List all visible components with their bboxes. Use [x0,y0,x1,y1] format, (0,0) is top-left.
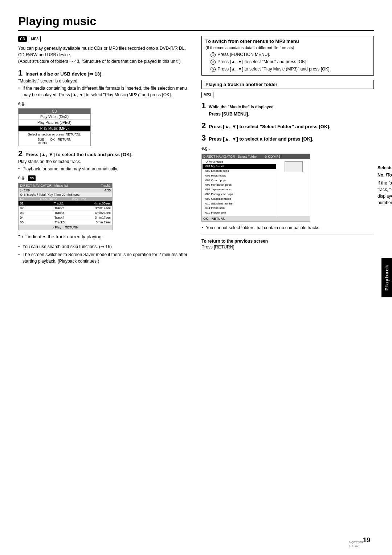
folder-annotations: Selected folder No. /Total folders If th… [377,165,392,207]
version-info: VQT2J89S7142 [349,540,363,548]
row-name-4: Track4 [54,216,64,219]
cd-menu-item-pictures: Play Pictures (JPEG) [19,120,90,126]
music-list-row: 03 Track3 4min24sec [19,211,112,215]
tree-root: ⊙ MP3 music [203,160,276,165]
switch-step-2: ② Press [▲, ▼] to select "Menu" and pres… [205,58,370,65]
folder-header-left: DIRECT NAVIGATOR Select Folder [203,155,257,158]
folder-step3-num: 3 [201,133,206,143]
folder-tree: ⊙ MP3 music 001 My favorite 002 Emotion … [202,159,277,216]
cd-menu-item-music: Play Music (MP3) [19,126,90,131]
folder-step2-num: 2 [201,121,206,130]
sub-menu-label: SUBMENU [37,138,47,145]
cd-menu-mockup: CD Play Video (DivX) Play Pictures (JPEG… [18,108,91,146]
step1-desc: "Music list" screen is displayed. [18,78,191,84]
row-no-5: 05 [20,220,24,224]
step1-number: 1 [18,68,23,78]
col-track-name: Track Name [40,197,57,201]
folder-step1-block: 1 While the "Music list" is displayed Pr… [201,101,374,118]
folder-selected-panel [277,159,310,216]
badge-row: CD MP3 [18,36,191,42]
row-no-1: 01 [20,202,24,205]
tree-item-4: 004 Czech pops [203,178,276,183]
return-footer: RETURN [212,217,225,220]
play-footer: ♪ Play RETURN [52,226,78,229]
music-list-row: 02 Track2 3min14sec [19,206,112,211]
step2-desc1: Play starts on the selected track. [18,158,191,165]
music-list-row: 01 Track1 4min:03sec [19,201,112,206]
row-time-4: 3min17sec [95,216,111,219]
folder-badge-row: MP3 [201,92,374,98]
switch-section: To switch from other menus to MP3 menu (… [201,36,374,76]
music-list-header-left: DIRECT NAVIGATOR Music list [20,184,68,187]
music-list-row: 04 Track4 3min17sec [19,215,112,220]
tree-item-1: 001 My favorite [203,164,276,169]
music-list-info: ⊙ 5 Tracks / Total Play Time 20min54sec [19,193,112,197]
page-title: Playing music [18,15,374,31]
step1-heading: Insert a disc or USB device (⇒ 13). [25,71,103,77]
row-time-5: 5min 2sec [96,220,111,224]
ok-footer: OK [203,217,208,220]
cd-menu-icons: SUBMENU OK RETURN [19,137,90,146]
switch-section-note: (If the media contains data in different… [205,45,370,50]
bottom-bullet-1: You can use search and skip functions. (… [18,243,191,250]
return-desc: Press [RETURN]. [201,244,374,250]
row-no-3: 03 [20,211,24,215]
intro-text: You can play generally available music C… [18,45,191,65]
folder-step2-block: 2 Press [▲, ▼] to select "Select Folder"… [201,121,374,130]
folder-select-area: DIRECT NAVIGATOR Select Folder ⊙ CD/MP3 … [201,154,374,222]
switch-step-1: ① Press [FUNCTION MENU]. [205,51,370,58]
step1-bullet1: If the media containing data in differen… [18,85,191,98]
selected-folder-label: Selected folder [377,165,392,171]
music-list-row: 05 Track5 5min 2sec [19,220,112,225]
total-folders-label: No. /Total folders [377,172,392,178]
col-play-time: Play Time [72,197,86,201]
right-column: To switch from other menus to MP3 menu (… [201,36,374,266]
row-name-5: Track5 [55,220,65,224]
tree-item-2: 002 Emotion pops [203,169,276,174]
ok-label: OK [50,138,55,145]
row-time-2: 3min14sec [95,206,111,210]
cd-badge: CD [18,36,27,42]
switch-section-title: To switch from other menus to MP3 menu [205,39,370,44]
tree-item-9: 010 Standard number [203,202,276,206]
row-time-3: 4min24sec [95,211,111,215]
row-name-3: Track3 [54,211,64,215]
folder-step3-block: 3 Press [▲, ▼] to select a folder and pr… [201,133,374,222]
tree-item-7: 008 Portuguese pops [203,192,276,197]
eg-label1: e.g., [18,100,191,107]
mp3-badge: MP3 [29,36,41,42]
step1-block: 1 Insert a disc or USB device (⇒ 13). "M… [18,68,191,146]
row-no-2: 02 [20,206,24,210]
folder-select-footer: OK RETURN [202,216,310,221]
page-number: 19 [363,536,370,544]
return-title: To return to the previous screen [201,239,374,244]
row-time-1: 4min:03sec [94,202,111,205]
tree-item-8: 009 Classical music [203,197,276,202]
step2-block: 2 Press [▲, ▼] to select the track and p… [18,149,191,230]
musical-note-desc: " ♪ " indicates the track currently play… [18,233,191,240]
col-no: No. [20,197,25,201]
music-list-subheader: ▷ 3:09 4:35 [19,188,112,193]
row-name-2: Track2 [54,206,64,210]
tree-item-6: 007 Japanese pops [203,187,276,192]
folder-eg-label: e.g., [201,145,374,151]
folder-select-body: ⊙ MP3 music 001 My favorite 002 Emotion … [202,159,310,216]
music-list-cols: No. Track Name Play Time [19,197,112,201]
step2-bullet1: Playback for some media may start automa… [18,166,191,172]
folder-section-header: Playing a track in another folder [201,80,374,89]
music-list-header-right: Track1 [101,184,111,187]
folder-header-right: ⊙ CD/MP3 [264,155,281,158]
tree-item-10: 011 Piano solo [203,206,276,211]
folder-step1-num: 1 [201,101,206,110]
folder-select-header: DIRECT NAVIGATOR Select Folder ⊙ CD/MP3 [202,154,310,159]
bottom-bullet-2: The screen switches to Screen Saver mode… [18,251,191,264]
music-list-footer: ♪ Play RETURN [19,225,112,230]
playback-time: ▷ 3:09 [20,189,30,192]
mp3-badge-folder: MP3 [201,92,213,98]
folder-step1-action: Press [SUB MENU]. [209,111,274,117]
cannot-select-note: You cannot select folders that contain n… [201,224,374,231]
cd-menu-header: CD [19,109,90,114]
step2-heading: Press [▲, ▼] to select the track and pre… [25,152,132,157]
music-list-header: DIRECT NAVIGATOR Music list Track1 [19,183,112,188]
folder-select-mockup: DIRECT NAVIGATOR Select Folder ⊙ CD/MP3 … [201,154,310,222]
